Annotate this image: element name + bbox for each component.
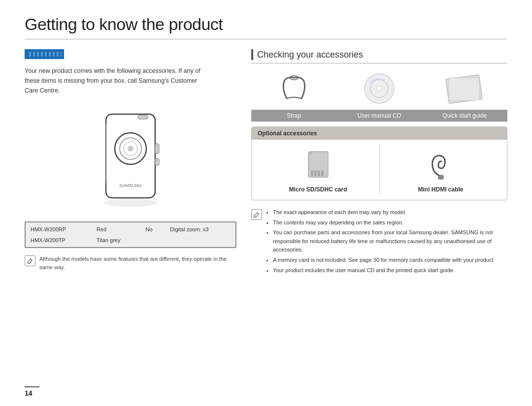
page-number: 14 [25, 386, 39, 397]
bullets-box: The exact appearance of each item may va… [251, 208, 507, 276]
cd-label: User manual CD [336, 110, 422, 122]
color-cell: Red [92, 222, 141, 235]
svg-point-5 [128, 146, 133, 152]
optional-sdcard: Micro SD/SDHC card [257, 147, 379, 193]
hdmi-svg [424, 147, 458, 181]
model-cell: HMX-W200TP [26, 235, 92, 247]
svg-text:SAMSUNG: SAMSUNG [119, 183, 142, 188]
svg-rect-24 [438, 175, 443, 179]
pencil-icon [25, 255, 35, 266]
blue-accent-bar [25, 49, 64, 59]
bullet-item: A memory card is not included. See page … [273, 256, 507, 265]
right-column: Checking your accessories Strap [251, 49, 507, 276]
title-divider [25, 39, 507, 39]
sdcard-label: Micro SD/SDHC card [289, 186, 347, 193]
page: Getting to know the product Your new pro… [0, 0, 532, 406]
optional-hdmi: Mini HDMI cable [379, 147, 502, 193]
camera-svg: SAMSUNG [96, 109, 165, 208]
guide-svg [445, 73, 484, 105]
svg-line-11 [31, 259, 32, 260]
accessories-grid: Strap User manual CD [251, 71, 507, 122]
bullet-item: The exact appearance of each item may va… [273, 208, 507, 217]
note-pencil-icon [251, 209, 262, 220]
col3-cell [141, 235, 166, 247]
optional-box: Optional accessories [251, 126, 507, 200]
strap-svg [277, 74, 311, 103]
col4-cell [165, 235, 235, 247]
accessory-guide: Quick start guide [422, 71, 507, 122]
svg-rect-22 [318, 170, 320, 176]
left-column: Your new product comes with the followin… [25, 49, 236, 276]
section-title-bar: Checking your accessories [251, 49, 507, 63]
table-row: HMX-W200TP Titan grey [26, 235, 235, 247]
model-table: HMX-W200RP Red No Digital zoom: x3 HMX-W… [26, 222, 235, 247]
table-row: HMX-W200RP Red No Digital zoom: x3 [26, 222, 235, 235]
svg-rect-9 [155, 158, 159, 165]
bullet-item: The contents may vary depending on the s… [273, 219, 507, 227]
optional-header: Optional accessories [252, 127, 507, 140]
content-columns: Your new product comes with the followin… [25, 49, 507, 276]
svg-rect-23 [321, 170, 324, 176]
strap-label: Strap [251, 110, 336, 122]
sdcard-svg [301, 147, 335, 181]
svg-rect-17 [449, 78, 479, 100]
svg-rect-21 [314, 170, 317, 176]
note-text: Although the models have some features t… [39, 255, 236, 271]
model-cell: HMX-W200RP [26, 222, 92, 235]
col3-cell: No [141, 222, 166, 235]
bullet-item: You can purchase parts and accessories f… [273, 228, 507, 254]
model-table-container: HMX-W200RP Red No Digital zoom: x3 HMX-W… [25, 221, 236, 248]
section-title: Checking your accessories [257, 50, 363, 60]
note-box: Although the models have some features t… [25, 255, 236, 271]
svg-rect-6 [138, 115, 148, 119]
cd-image [362, 71, 397, 106]
hdmi-label: Mini HDMI cable [418, 186, 463, 193]
bullet-item: Your product includes the user manual CD… [273, 266, 507, 275]
optional-content: Micro SD/SDHC card Mini HDMI cable [252, 140, 507, 200]
col4-cell: Digital zoom: x3 [165, 222, 235, 235]
guide-label: Quick start guide [422, 110, 507, 122]
strap-image [277, 71, 311, 106]
svg-rect-8 [155, 144, 159, 154]
bullets-list: The exact appearance of each item may va… [266, 208, 507, 276]
page-title: Getting to know the product [25, 15, 507, 34]
section-accent [251, 49, 253, 60]
accessory-cd: User manual CD [336, 71, 422, 122]
guide-image [445, 71, 484, 106]
blue-accent-inner [27, 52, 62, 57]
intro-text: Your new product comes with the followin… [25, 66, 212, 95]
svg-point-10 [103, 199, 158, 207]
svg-rect-20 [311, 170, 313, 176]
optional-divider [379, 145, 380, 195]
color-cell: Titan grey [92, 235, 141, 247]
camera-illustration: SAMSUNG [25, 104, 236, 213]
accessory-strap: Strap [251, 71, 336, 122]
svg-point-15 [377, 86, 382, 91]
cd-svg [362, 71, 397, 106]
